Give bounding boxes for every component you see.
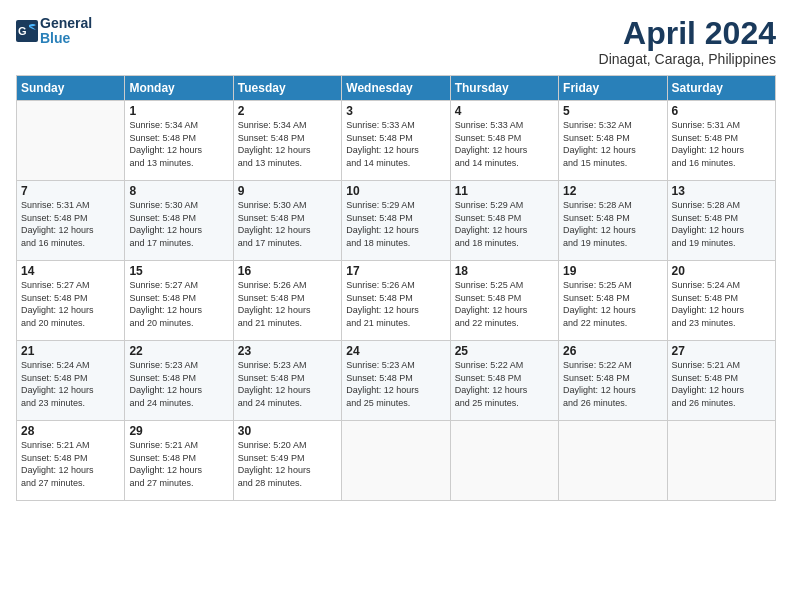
day-info: Sunrise: 5:30 AMSunset: 5:48 PMDaylight:… [238, 199, 337, 249]
day-number: 18 [455, 264, 554, 278]
calendar-week-row: 1Sunrise: 5:34 AMSunset: 5:48 PMDaylight… [17, 101, 776, 181]
day-info: Sunrise: 5:30 AMSunset: 5:48 PMDaylight:… [129, 199, 228, 249]
day-info: Sunrise: 5:27 AMSunset: 5:48 PMDaylight:… [21, 279, 120, 329]
day-info: Sunrise: 5:23 AMSunset: 5:48 PMDaylight:… [346, 359, 445, 409]
page: G General Blue April 2024 Dinagat, Carag… [0, 0, 792, 612]
day-number: 28 [21, 424, 120, 438]
day-info: Sunrise: 5:31 AMSunset: 5:48 PMDaylight:… [672, 119, 771, 169]
day-info: Sunrise: 5:22 AMSunset: 5:48 PMDaylight:… [455, 359, 554, 409]
calendar-cell: 23Sunrise: 5:23 AMSunset: 5:48 PMDayligh… [233, 341, 341, 421]
calendar-cell: 28Sunrise: 5:21 AMSunset: 5:48 PMDayligh… [17, 421, 125, 501]
day-info: Sunrise: 5:21 AMSunset: 5:48 PMDaylight:… [129, 439, 228, 489]
day-info: Sunrise: 5:25 AMSunset: 5:48 PMDaylight:… [455, 279, 554, 329]
day-info: Sunrise: 5:28 AMSunset: 5:48 PMDaylight:… [563, 199, 662, 249]
day-number: 8 [129, 184, 228, 198]
day-number: 13 [672, 184, 771, 198]
calendar-cell [342, 421, 450, 501]
calendar-week-row: 21Sunrise: 5:24 AMSunset: 5:48 PMDayligh… [17, 341, 776, 421]
calendar-cell: 4Sunrise: 5:33 AMSunset: 5:48 PMDaylight… [450, 101, 558, 181]
calendar-cell [17, 101, 125, 181]
calendar-cell: 20Sunrise: 5:24 AMSunset: 5:48 PMDayligh… [667, 261, 775, 341]
day-info: Sunrise: 5:20 AMSunset: 5:49 PMDaylight:… [238, 439, 337, 489]
day-number: 12 [563, 184, 662, 198]
calendar-cell: 29Sunrise: 5:21 AMSunset: 5:48 PMDayligh… [125, 421, 233, 501]
day-info: Sunrise: 5:33 AMSunset: 5:48 PMDaylight:… [455, 119, 554, 169]
logo: G General Blue [16, 16, 92, 47]
day-number: 22 [129, 344, 228, 358]
day-number: 19 [563, 264, 662, 278]
day-info: Sunrise: 5:29 AMSunset: 5:48 PMDaylight:… [346, 199, 445, 249]
day-info: Sunrise: 5:22 AMSunset: 5:48 PMDaylight:… [563, 359, 662, 409]
day-number: 21 [21, 344, 120, 358]
day-number: 25 [455, 344, 554, 358]
calendar-body: 1Sunrise: 5:34 AMSunset: 5:48 PMDaylight… [17, 101, 776, 501]
calendar-week-row: 7Sunrise: 5:31 AMSunset: 5:48 PMDaylight… [17, 181, 776, 261]
calendar-cell: 30Sunrise: 5:20 AMSunset: 5:49 PMDayligh… [233, 421, 341, 501]
calendar-cell: 2Sunrise: 5:34 AMSunset: 5:48 PMDaylight… [233, 101, 341, 181]
calendar-cell: 18Sunrise: 5:25 AMSunset: 5:48 PMDayligh… [450, 261, 558, 341]
title-block: April 2024 Dinagat, Caraga, Philippines [599, 16, 776, 67]
weekday-header: Wednesday [342, 76, 450, 101]
day-info: Sunrise: 5:31 AMSunset: 5:48 PMDaylight:… [21, 199, 120, 249]
day-number: 2 [238, 104, 337, 118]
calendar-cell: 3Sunrise: 5:33 AMSunset: 5:48 PMDaylight… [342, 101, 450, 181]
day-number: 20 [672, 264, 771, 278]
day-number: 26 [563, 344, 662, 358]
svg-text:G: G [18, 25, 27, 37]
day-number: 15 [129, 264, 228, 278]
day-info: Sunrise: 5:21 AMSunset: 5:48 PMDaylight:… [21, 439, 120, 489]
day-info: Sunrise: 5:23 AMSunset: 5:48 PMDaylight:… [129, 359, 228, 409]
day-info: Sunrise: 5:27 AMSunset: 5:48 PMDaylight:… [129, 279, 228, 329]
day-number: 29 [129, 424, 228, 438]
calendar-cell: 25Sunrise: 5:22 AMSunset: 5:48 PMDayligh… [450, 341, 558, 421]
day-number: 17 [346, 264, 445, 278]
weekday-header: Saturday [667, 76, 775, 101]
calendar-cell: 22Sunrise: 5:23 AMSunset: 5:48 PMDayligh… [125, 341, 233, 421]
day-info: Sunrise: 5:24 AMSunset: 5:48 PMDaylight:… [672, 279, 771, 329]
calendar-header-row: SundayMondayTuesdayWednesdayThursdayFrid… [17, 76, 776, 101]
day-number: 23 [238, 344, 337, 358]
logo-icon: G [16, 20, 38, 42]
calendar-cell [450, 421, 558, 501]
day-info: Sunrise: 5:24 AMSunset: 5:48 PMDaylight:… [21, 359, 120, 409]
day-number: 10 [346, 184, 445, 198]
calendar-cell [667, 421, 775, 501]
day-number: 27 [672, 344, 771, 358]
calendar-cell: 5Sunrise: 5:32 AMSunset: 5:48 PMDaylight… [559, 101, 667, 181]
calendar-cell: 11Sunrise: 5:29 AMSunset: 5:48 PMDayligh… [450, 181, 558, 261]
calendar-cell: 7Sunrise: 5:31 AMSunset: 5:48 PMDaylight… [17, 181, 125, 261]
day-number: 14 [21, 264, 120, 278]
calendar-cell: 26Sunrise: 5:22 AMSunset: 5:48 PMDayligh… [559, 341, 667, 421]
calendar-cell: 14Sunrise: 5:27 AMSunset: 5:48 PMDayligh… [17, 261, 125, 341]
calendar-cell: 1Sunrise: 5:34 AMSunset: 5:48 PMDaylight… [125, 101, 233, 181]
day-info: Sunrise: 5:25 AMSunset: 5:48 PMDaylight:… [563, 279, 662, 329]
day-info: Sunrise: 5:34 AMSunset: 5:48 PMDaylight:… [238, 119, 337, 169]
calendar-subtitle: Dinagat, Caraga, Philippines [599, 51, 776, 67]
day-info: Sunrise: 5:21 AMSunset: 5:48 PMDaylight:… [672, 359, 771, 409]
logo-general: General [40, 15, 92, 31]
calendar-cell: 9Sunrise: 5:30 AMSunset: 5:48 PMDaylight… [233, 181, 341, 261]
day-number: 6 [672, 104, 771, 118]
day-number: 30 [238, 424, 337, 438]
weekday-header: Sunday [17, 76, 125, 101]
calendar-cell: 13Sunrise: 5:28 AMSunset: 5:48 PMDayligh… [667, 181, 775, 261]
day-number: 7 [21, 184, 120, 198]
weekday-header: Tuesday [233, 76, 341, 101]
header: G General Blue April 2024 Dinagat, Carag… [16, 16, 776, 67]
calendar-cell: 24Sunrise: 5:23 AMSunset: 5:48 PMDayligh… [342, 341, 450, 421]
day-number: 3 [346, 104, 445, 118]
day-number: 5 [563, 104, 662, 118]
day-info: Sunrise: 5:28 AMSunset: 5:48 PMDaylight:… [672, 199, 771, 249]
calendar-cell: 8Sunrise: 5:30 AMSunset: 5:48 PMDaylight… [125, 181, 233, 261]
calendar-cell: 6Sunrise: 5:31 AMSunset: 5:48 PMDaylight… [667, 101, 775, 181]
day-number: 16 [238, 264, 337, 278]
day-number: 9 [238, 184, 337, 198]
calendar-cell: 15Sunrise: 5:27 AMSunset: 5:48 PMDayligh… [125, 261, 233, 341]
day-info: Sunrise: 5:23 AMSunset: 5:48 PMDaylight:… [238, 359, 337, 409]
calendar-cell: 21Sunrise: 5:24 AMSunset: 5:48 PMDayligh… [17, 341, 125, 421]
day-info: Sunrise: 5:26 AMSunset: 5:48 PMDaylight:… [238, 279, 337, 329]
day-number: 1 [129, 104, 228, 118]
day-number: 24 [346, 344, 445, 358]
day-number: 4 [455, 104, 554, 118]
calendar-cell: 17Sunrise: 5:26 AMSunset: 5:48 PMDayligh… [342, 261, 450, 341]
